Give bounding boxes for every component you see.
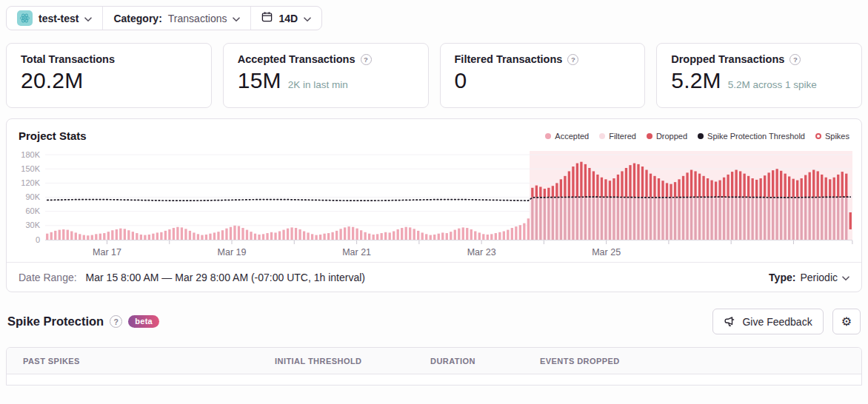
table-row[interactable] [7, 374, 861, 385]
category-value: Transactions [168, 13, 227, 24]
legend-label: Filtered [609, 132, 636, 141]
stat-cards-row: Total Transactions 20.2M Accepted Transa… [6, 43, 862, 108]
svg-text:0: 0 [36, 235, 40, 244]
legend-label: Spikes [825, 132, 849, 141]
date-range-label: Date Range: [19, 272, 77, 283]
help-icon[interactable]: ? [789, 54, 801, 65]
past-spikes-table: PAST SPIKES INITIAL THRESHOLD DURATION E… [6, 347, 862, 386]
card-label: Dropped Transactions [671, 53, 784, 65]
chevron-down-icon [304, 12, 311, 25]
chevron-down-icon [842, 272, 849, 283]
card-value: 15M [238, 68, 281, 93]
project-stats-card: Project Stats AcceptedFilteredDroppedSpi… [6, 118, 862, 292]
card-value: 5.2M [671, 68, 721, 93]
calendar-icon [261, 11, 273, 25]
svg-text:Mar 23: Mar 23 [467, 247, 496, 257]
svg-text:60K: 60K [25, 206, 40, 215]
date-range-selector[interactable]: 14D [250, 7, 321, 30]
column-header-duration: DURATION [430, 357, 540, 366]
svg-text:30K: 30K [25, 220, 40, 229]
card-subtext: 2K in last min [288, 79, 348, 90]
legend-label: Spike Protection Threshold [707, 132, 805, 141]
settings-button[interactable]: ⚙ [832, 309, 861, 334]
legend-item-spikes[interactable]: Spikes [815, 132, 849, 141]
legend-label: Dropped [656, 132, 687, 141]
date-range-value: Mar 15 8:00 AM — Mar 29 8:00 AM (-07:00 … [86, 272, 365, 283]
type-value: Periodic [800, 272, 838, 283]
chart-legend: AcceptedFilteredDroppedSpike Protection … [545, 132, 849, 141]
card-value: 0 [455, 68, 467, 93]
legend-marker [647, 133, 652, 139]
table-header-row: PAST SPIKES INITIAL THRESHOLD DURATION E… [7, 348, 861, 374]
svg-text:120K: 120K [21, 178, 40, 187]
card-label: Accepted Transactions [238, 53, 355, 65]
column-header-initial-threshold: INITIAL THRESHOLD [275, 357, 430, 366]
legend-item-filtered[interactable]: Filtered [599, 132, 636, 141]
card-value: 20.2M [21, 68, 83, 93]
legend-item-spike-protection-threshold[interactable]: Spike Protection Threshold [698, 132, 805, 141]
project-stats-chart[interactable]: 030K60K90K120K150K180KMar 17Mar 19Mar 21… [7, 145, 861, 262]
chevron-down-icon [233, 12, 240, 25]
card-label: Filtered Transactions [455, 53, 563, 65]
column-header-events-dropped: EVENTS DROPPED [540, 357, 845, 366]
beta-badge: beta [128, 315, 159, 328]
card-filtered-transactions: Filtered Transactions ? 0 [440, 43, 646, 108]
help-icon[interactable]: ? [110, 315, 122, 328]
help-icon[interactable]: ? [361, 54, 372, 65]
card-dropped-transactions: Dropped Transactions ? 5.2M 5.2M across … [656, 43, 862, 108]
svg-text:Mar 25: Mar 25 [592, 247, 621, 257]
help-icon[interactable]: ? [567, 54, 578, 65]
svg-text:150K: 150K [21, 164, 40, 173]
svg-text:180K: 180K [21, 150, 40, 159]
legend-item-accepted[interactable]: Accepted [545, 132, 589, 141]
give-feedback-label: Give Feedback [742, 316, 812, 328]
project-selector[interactable]: test-test [7, 7, 102, 30]
svg-text:Mar 21: Mar 21 [342, 247, 371, 257]
date-range-value: 14D [278, 13, 298, 24]
legend-marker [815, 133, 821, 139]
card-accepted-transactions: Accepted Transactions ? 15M 2K in last m… [223, 43, 429, 108]
chevron-down-icon [84, 12, 92, 25]
legend-marker [545, 133, 551, 139]
legend-label: Accepted [555, 132, 589, 141]
chart-footer: Date Range: Mar 15 8:00 AM — Mar 29 8:00… [7, 262, 861, 292]
column-header-past-spikes: PAST SPIKES [23, 357, 275, 366]
project-name: test-test [39, 13, 79, 24]
legend-marker [698, 133, 704, 139]
type-selector[interactable]: Type: Periodic [769, 271, 849, 283]
card-subtext: 5.2M across 1 spike [728, 79, 817, 90]
category-selector[interactable]: Category: Transactions [102, 7, 250, 30]
gear-icon: ⚙ [841, 314, 852, 329]
chart-title: Project Stats [19, 129, 87, 142]
type-label: Type: [769, 272, 795, 283]
category-label: Category: [113, 13, 161, 24]
project-avatar-atom-icon [17, 10, 33, 26]
section-title: Spike Protection [7, 314, 104, 329]
legend-item-dropped[interactable]: Dropped [647, 132, 687, 141]
filter-bar: test-test Category: Transactions 14D [6, 6, 322, 30]
spike-protection-section-header: Spike Protection ? beta Give Feedback ⚙ [7, 309, 861, 334]
svg-text:Mar 19: Mar 19 [218, 247, 247, 257]
give-feedback-button[interactable]: Give Feedback [712, 309, 823, 334]
card-total-transactions: Total Transactions 20.2M [6, 43, 212, 108]
megaphone-icon [724, 315, 736, 328]
card-label: Total Transactions [21, 53, 115, 65]
svg-text:Mar 17: Mar 17 [93, 247, 121, 257]
legend-marker [599, 133, 605, 139]
svg-text:90K: 90K [25, 192, 40, 201]
spike-protection-page: test-test Category: Transactions 14D [0, 0, 868, 391]
